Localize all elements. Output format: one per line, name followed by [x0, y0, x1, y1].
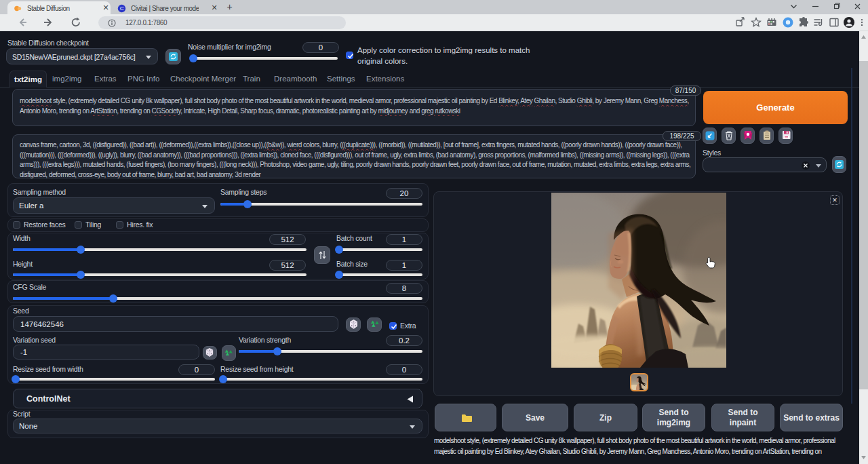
svg-text:C: C [120, 5, 124, 12]
